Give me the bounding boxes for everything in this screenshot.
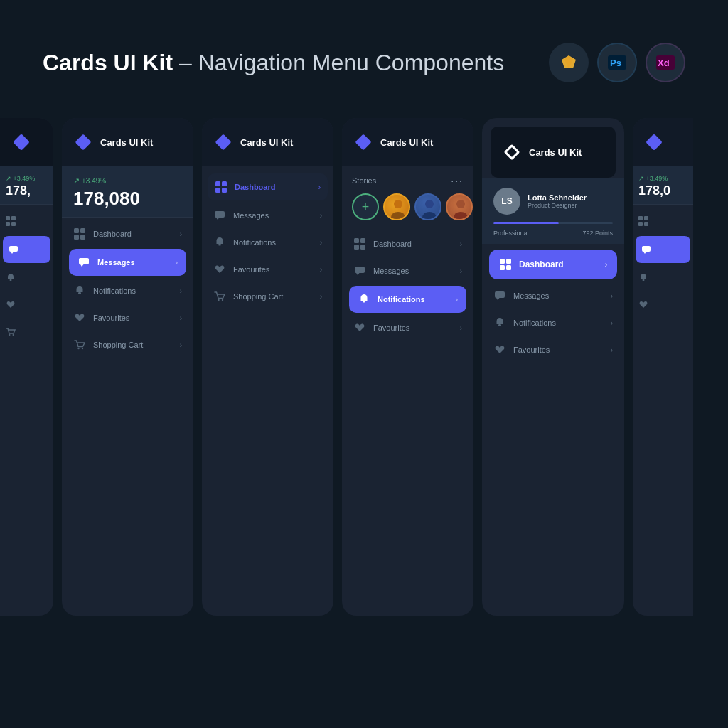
svg-rect-63 (644, 222, 648, 226)
svg-rect-44 (360, 238, 365, 243)
card-3-logo: Cards UI Kit (202, 118, 333, 166)
svg-point-42 (454, 212, 468, 220)
nav-messages-3-chevron: › (320, 212, 322, 220)
page-header: Cards UI Kit – Navigation Menu Component… (0, 0, 728, 111)
nav-notifications-2[interactable]: Notifications › (62, 277, 193, 304)
nav-favourites-3-chevron: › (320, 266, 322, 274)
nav-dashboard-1[interactable] (0, 208, 53, 235)
nav-dashboard-3[interactable]: Dashboard › (208, 173, 328, 200)
svg-rect-7 (6, 216, 10, 220)
nav-favourites-4[interactable]: Favourites › (342, 314, 473, 341)
dashboard-icon-1 (4, 215, 17, 228)
card-panel-6: ↗ +3.49% 178,0 (633, 118, 693, 616)
card-1-nav (0, 205, 53, 616)
svg-marker-12 (11, 252, 14, 254)
svg-rect-18 (80, 228, 85, 233)
nav-messages-5[interactable]: Messages › (482, 282, 624, 309)
svg-text:Xd: Xd (658, 58, 670, 68)
nav-messages-6[interactable] (636, 236, 690, 263)
svg-marker-57 (496, 298, 500, 300)
svg-rect-26 (215, 134, 231, 150)
nav-notifications-5[interactable]: Notifications › (482, 309, 624, 336)
nav-messages-3-label: Messages (233, 211, 313, 220)
favourites-icon-4 (353, 321, 366, 334)
nav-favourites-2[interactable]: Favourites › (62, 304, 193, 331)
nav-notifications-4[interactable]: Notifications › (349, 286, 466, 313)
nav-favourites-5[interactable]: Favourites › (482, 336, 624, 363)
favourites-icon-6 (637, 299, 650, 311)
nav-messages-4[interactable]: Messages › (342, 257, 473, 284)
svg-rect-58 (498, 324, 501, 326)
story-3[interactable] (446, 193, 473, 220)
svg-rect-29 (215, 188, 220, 193)
page-title: Cards UI Kit – Navigation Menu Component… (43, 50, 504, 76)
nav-favourites-1[interactable] (0, 291, 53, 318)
card-panel-5: Cards UI Kit LS Lotta Schneider Product … (482, 118, 624, 616)
card-5-title: Cards UI Kit (529, 147, 582, 158)
nav-dashboard-4[interactable]: Dashboard › (342, 230, 473, 257)
nav-dashboard-5[interactable]: Dashboard › (489, 250, 617, 279)
nav-messages-3[interactable]: Messages › (202, 202, 333, 229)
nav-messages-4-label: Messages (373, 267, 453, 275)
card-5-nav: Dashboard › Messages › Notifications › (482, 244, 624, 616)
messages-icon-1 (7, 243, 20, 256)
nav-dashboard-2[interactable]: Dashboard › (62, 220, 193, 247)
nav-cart-3[interactable]: Shopping Cart › (202, 283, 333, 310)
svg-rect-60 (638, 216, 643, 220)
story-1[interactable] (383, 193, 410, 220)
nav-cart-3-chevron: › (320, 293, 322, 301)
card-1-logo (0, 118, 53, 166)
story-add[interactable]: + (352, 193, 379, 220)
tool-icons-group: Ps Xd (549, 43, 685, 82)
xd-icon: Xd (646, 43, 685, 82)
nav-favourites-2-chevron: › (180, 314, 182, 322)
svg-point-24 (77, 348, 79, 349)
card-2-stat-pct: ↗ +3.49% (73, 176, 182, 186)
nav-notifications-6[interactable] (633, 264, 693, 291)
svg-rect-28 (222, 181, 227, 186)
svg-rect-19 (74, 235, 79, 240)
nav-notifications-2-label: Notifications (93, 287, 173, 295)
card-2-stat-num: 178,080 (73, 188, 182, 210)
nav-favourites-6[interactable] (633, 291, 693, 318)
svg-rect-55 (506, 265, 511, 270)
notifications-icon-2 (73, 284, 86, 297)
nav-dashboard-4-chevron: › (460, 240, 462, 248)
sketch-icon (549, 43, 589, 82)
svg-rect-46 (360, 245, 365, 250)
svg-rect-43 (354, 238, 359, 243)
svg-marker-32 (216, 218, 220, 220)
nav-messages-2[interactable]: Messages › (69, 249, 186, 276)
stories-more-icon[interactable]: ··· (451, 175, 464, 186)
svg-marker-22 (80, 264, 84, 267)
svg-rect-66 (643, 279, 645, 281)
svg-rect-45 (354, 245, 359, 250)
dashboard-icon-5 (499, 258, 512, 271)
notifications-icon-6 (637, 272, 650, 284)
nav-cart-2[interactable]: Shopping Cart › (62, 331, 193, 358)
nav-messages-1[interactable] (3, 236, 50, 263)
card-3-nav: Dashboard › Messages › Notifications › (202, 166, 333, 616)
nav-dashboard-6[interactable] (633, 208, 693, 235)
svg-point-15 (13, 334, 14, 336)
nav-notifications-1[interactable] (0, 264, 53, 291)
svg-point-41 (456, 200, 465, 208)
svg-rect-49 (363, 301, 365, 303)
nav-favourites-3[interactable]: Favourites › (202, 256, 333, 283)
favourites-icon-2 (73, 311, 86, 324)
card-2-logo: Cards UI Kit (62, 118, 193, 166)
dashboard-icon-2 (73, 228, 86, 240)
nav-messages-2-label: Messages (97, 258, 168, 267)
messages-icon-2 (77, 256, 90, 269)
svg-rect-27 (215, 181, 220, 186)
stories-row: + (352, 193, 464, 220)
nav-cart-2-chevron: › (180, 341, 182, 349)
cart-icon-2 (73, 338, 86, 351)
nav-cart-1[interactable] (0, 318, 53, 346)
svg-rect-11 (9, 246, 18, 252)
cart-icon-3 (213, 290, 226, 303)
cart-icon-1 (4, 326, 17, 338)
nav-notifications-3[interactable]: Notifications › (202, 229, 333, 256)
story-2[interactable] (414, 193, 441, 220)
profile-name: Lotta Schneider (528, 193, 587, 202)
